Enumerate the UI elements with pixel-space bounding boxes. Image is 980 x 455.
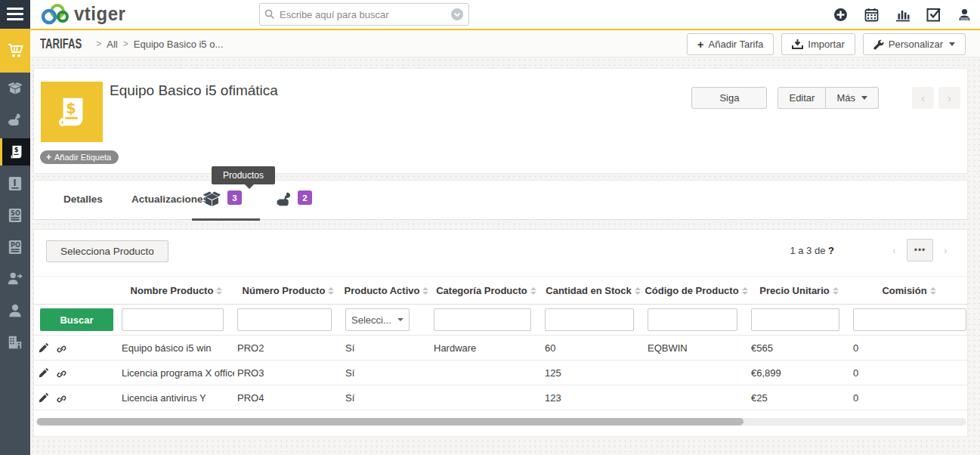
sort-icon[interactable] [742, 287, 748, 295]
search-filter-button[interactable]: Buscar [40, 308, 113, 331]
next-record-button[interactable]: › [938, 87, 960, 109]
sort-icon[interactable] [635, 287, 641, 295]
column-header[interactable]: Nombre Producto [119, 277, 234, 305]
sidebar-item-vendors[interactable] [0, 263, 30, 295]
table-row[interactable]: Equipo básico i5 win PRO2 Sí Hardware 60… [34, 336, 968, 361]
column-header[interactable]: Número Producto [234, 277, 342, 305]
breadcrumb-record[interactable]: Equipo Basico i5 o... [134, 39, 224, 50]
organization-icon [7, 334, 23, 351]
sidebar-item-services[interactable] [0, 104, 30, 136]
scrollbar-thumb[interactable] [37, 418, 744, 426]
svg-text:I: I [13, 178, 16, 188]
add-tag-button[interactable]: + Añadir Etiqueta [40, 150, 119, 164]
filter-categoria-input[interactable] [434, 308, 531, 331]
related-list-toolbar: Selecciona Producto 1 a 3 de ? ‹ ••• › [34, 230, 967, 272]
topbar: vtiger [0, 0, 980, 29]
tab-services[interactable] [275, 190, 294, 212]
customize-button[interactable]: Personalizar [863, 33, 966, 55]
reports-icon[interactable] [887, 0, 918, 29]
quick-create-icon[interactable] [825, 0, 856, 29]
horizontal-scrollbar[interactable] [36, 418, 966, 426]
vtiger-logo[interactable]: vtiger [39, 2, 125, 27]
search-input[interactable] [280, 9, 450, 20]
table-header-row: Nombre Producto Número Producto Producto… [34, 277, 968, 305]
tasks-icon[interactable] [918, 0, 949, 29]
plus-icon: + [46, 152, 51, 162]
tab-updates[interactable]: Actualizaciones [131, 193, 209, 205]
pager-next-button[interactable]: › [935, 239, 957, 262]
filter-numero-input[interactable] [237, 308, 332, 331]
cart-icon [6, 42, 24, 60]
unlink-icon[interactable] [56, 367, 67, 379]
add-tarifa-button[interactable]: + Añadir Tarifa [687, 33, 774, 55]
sidebar-item-pricebooks[interactable]: $ [0, 138, 30, 166]
edit-icon[interactable] [39, 342, 49, 353]
sort-icon[interactable] [328, 287, 334, 295]
column-header[interactable]: Cantidad en Stock [542, 277, 645, 305]
logo-text: vtiger [74, 3, 125, 25]
sort-icon[interactable] [930, 287, 936, 295]
user-profile-icon[interactable] [949, 0, 980, 29]
table-row[interactable]: Licencia programa X office PRO3 Sí 125 €… [34, 361, 968, 385]
filter-precio-input[interactable] [751, 308, 839, 331]
filter-nombre-input[interactable] [122, 308, 224, 331]
active-tab-underline [192, 218, 260, 221]
products-box-icon [7, 80, 23, 97]
sort-icon[interactable] [216, 287, 222, 295]
vendor-icon [7, 271, 23, 287]
products-count-badge: 3 [227, 190, 242, 205]
unlink-icon[interactable] [56, 342, 67, 354]
pager-more-button[interactable]: ••• [907, 239, 933, 262]
edit-button[interactable]: Editar [778, 87, 826, 109]
app-window: vtiger [0, 0, 980, 455]
column-header[interactable]: Código de Producto [645, 277, 748, 305]
chevron-down-icon [397, 318, 403, 321]
filter-comision-input[interactable] [853, 308, 966, 331]
follow-button[interactable]: Siga [691, 87, 767, 109]
table-row[interactable]: Licencia antivirus Y PRO4 Sí 123 €25 0 [34, 385, 968, 410]
more-button[interactable]: Más [826, 87, 879, 109]
chevron-down-icon [949, 42, 955, 46]
previous-record-button[interactable]: ‹ [912, 87, 934, 109]
breadcrumb-view[interactable]: All [107, 39, 117, 50]
global-search[interactable] [259, 3, 469, 26]
sidebar-item-contracts[interactable]: I [0, 168, 30, 200]
filter-activo-select[interactable]: Selecci... [345, 308, 410, 331]
sort-icon[interactable] [422, 287, 428, 295]
filter-codigo-input[interactable] [648, 308, 737, 331]
pricebook-record-icon: $ [41, 82, 103, 142]
calendar-icon[interactable] [856, 0, 887, 29]
pager-prev-button[interactable]: ‹ [883, 239, 905, 262]
tab-details[interactable]: Detalles [63, 193, 103, 205]
breadcrumb-actions: + Añadir Tarifa Importar Personalizar [687, 33, 966, 55]
unlink-icon[interactable] [56, 392, 67, 404]
edit-icon[interactable] [39, 367, 49, 378]
sidebar-item-organizations[interactable] [0, 327, 30, 358]
import-button[interactable]: Importar [781, 33, 855, 55]
column-header[interactable]: Comisión [850, 277, 968, 305]
select-product-button[interactable]: Selecciona Producto [46, 240, 168, 262]
search-icon [264, 9, 275, 20]
record-tabs-bar: Detalles Actualizaciones 3 2 Productos [33, 180, 968, 220]
search-scope-chevron-icon[interactable] [450, 8, 464, 21]
actions-column-header [34, 277, 119, 305]
column-header[interactable]: Precio Unitario [748, 277, 850, 305]
breadcrumb: TARIFAS > All > Equipo Basico i5 o... [40, 30, 223, 57]
sidebar-item-contacts[interactable] [0, 295, 30, 327]
record-pagination: ‹ › [912, 87, 960, 109]
column-header[interactable]: Categoría Producto [431, 277, 542, 305]
sidebar-item-sales-orders[interactable]: SO [0, 200, 30, 231]
hamburger-menu-icon[interactable] [0, 0, 30, 29]
breadcrumb-module[interactable]: TARIFAS [40, 36, 82, 51]
sort-icon[interactable] [530, 287, 536, 295]
sidebar-item-products[interactable] [0, 73, 30, 104]
tab-products[interactable] [202, 189, 222, 212]
sidebar-item-purchase-orders[interactable]: PO [0, 231, 30, 263]
vtiger-cloud-icon [39, 2, 73, 26]
edit-icon[interactable] [39, 392, 49, 403]
plus-icon: + [697, 38, 704, 51]
sort-icon[interactable] [833, 287, 839, 295]
sidebar-item-cart[interactable] [0, 29, 30, 73]
filter-stock-input[interactable] [545, 308, 634, 331]
column-header[interactable]: Producto Activo [342, 277, 431, 305]
